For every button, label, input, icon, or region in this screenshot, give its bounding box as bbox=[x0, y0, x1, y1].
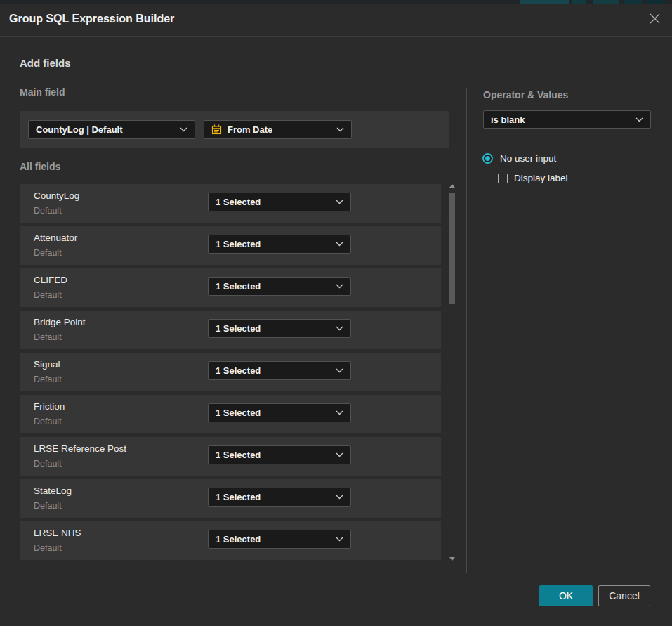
operator-select[interactable]: is blank bbox=[483, 110, 651, 129]
list-scrollbar[interactable] bbox=[448, 183, 456, 562]
dialog-titlebar: Group SQL Expression Builder bbox=[0, 4, 672, 37]
close-icon bbox=[649, 13, 661, 27]
field-type: Default bbox=[34, 332, 62, 342]
chevron-down-icon bbox=[635, 117, 643, 122]
field-name: Friction bbox=[34, 401, 65, 412]
operator-values-heading: Operator & Values bbox=[483, 89, 568, 100]
field-selection-value: 1 Selected bbox=[216, 365, 261, 376]
scrollbar-thumb[interactable] bbox=[449, 193, 455, 304]
field-selection-value: 1 Selected bbox=[216, 197, 261, 207]
field-selection-value: 1 Selected bbox=[216, 281, 261, 292]
field-selection-value: 1 Selected bbox=[216, 534, 261, 545]
field-name: LRSE NHS bbox=[34, 528, 81, 538]
field-type: Default bbox=[34, 501, 62, 511]
checkbox-unchecked-icon bbox=[498, 174, 508, 183]
field-type: Default bbox=[34, 543, 62, 553]
field-selection-select[interactable]: 1 Selected bbox=[208, 403, 351, 422]
field-selection-select[interactable]: 1 Selected bbox=[208, 193, 351, 211]
chevron-down-icon bbox=[336, 242, 343, 247]
main-field-layer-value: CountyLog | Default bbox=[36, 124, 123, 135]
field-type: Default bbox=[34, 248, 62, 258]
radio-selected-icon bbox=[482, 153, 493, 164]
field-selection-select[interactable]: 1 Selected bbox=[208, 235, 351, 254]
all-fields-label: All fields bbox=[20, 161, 60, 172]
no-user-input-label: No user input bbox=[500, 153, 556, 164]
no-user-input-radio[interactable]: No user input bbox=[482, 153, 556, 164]
group-sql-expression-builder-dialog: Group SQL Expression Builder Add fields … bbox=[0, 4, 672, 626]
field-type: Default bbox=[34, 206, 62, 216]
chevron-down-icon bbox=[180, 127, 187, 132]
field-selection-value: 1 Selected bbox=[216, 492, 261, 502]
scroll-down-arrow-icon[interactable] bbox=[449, 557, 455, 561]
chevron-down-icon bbox=[336, 284, 343, 289]
calendar-icon bbox=[211, 124, 222, 135]
chevron-down-icon bbox=[336, 537, 343, 542]
field-selection-select[interactable]: 1 Selected bbox=[208, 277, 351, 296]
main-field-panel: CountyLog | Default From Date bbox=[20, 111, 449, 148]
field-name: CountyLog bbox=[34, 190, 79, 201]
main-field-field-select[interactable]: From Date bbox=[204, 120, 352, 139]
field-selection-select[interactable]: 1 Selected bbox=[208, 530, 351, 549]
field-type: Default bbox=[34, 290, 62, 300]
field-name: Attenuator bbox=[34, 233, 77, 243]
field-selection-select[interactable]: 1 Selected bbox=[208, 319, 351, 338]
chevron-down-icon bbox=[336, 368, 343, 373]
panel-divider bbox=[466, 88, 467, 573]
field-row: AttenuatorDefault1 Selected bbox=[20, 226, 441, 265]
field-name: Signal bbox=[34, 359, 60, 370]
chevron-down-icon bbox=[336, 200, 343, 204]
field-name: LRSE Reference Post bbox=[34, 443, 126, 454]
scroll-up-arrow-icon[interactable] bbox=[449, 184, 455, 188]
dialog-title: Group SQL Expression Builder bbox=[9, 13, 174, 25]
field-type: Default bbox=[34, 459, 62, 469]
display-label-checkbox[interactable]: Display label bbox=[498, 173, 568, 183]
screen: Group SQL Expression Builder Add fields … bbox=[0, 0, 672, 626]
field-selection-select[interactable]: 1 Selected bbox=[208, 361, 351, 380]
field-selection-value: 1 Selected bbox=[216, 407, 261, 418]
field-type: Default bbox=[34, 374, 62, 384]
field-selection-value: 1 Selected bbox=[216, 323, 261, 334]
display-label-label: Display label bbox=[514, 173, 568, 183]
ok-button[interactable]: OK bbox=[539, 585, 593, 606]
field-row: LRSE Reference PostDefault1 Selected bbox=[20, 437, 441, 476]
field-name: Bridge Point bbox=[34, 317, 86, 327]
chevron-down-icon bbox=[336, 326, 343, 331]
field-row: Bridge PointDefault1 Selected bbox=[20, 311, 441, 349]
field-name: StateLog bbox=[34, 485, 72, 496]
field-selection-value: 1 Selected bbox=[216, 450, 261, 460]
main-field-layer-select[interactable]: CountyLog | Default bbox=[28, 120, 195, 139]
field-row: StateLogDefault1 Selected bbox=[20, 479, 441, 518]
field-row: LRSE NHSDefault1 Selected bbox=[20, 521, 441, 560]
field-name: CLIFED bbox=[34, 275, 67, 285]
chevron-down-icon bbox=[336, 127, 344, 132]
close-button[interactable] bbox=[643, 8, 666, 31]
field-row: FrictionDefault1 Selected bbox=[20, 395, 441, 433]
main-field-field-value: From Date bbox=[228, 124, 272, 135]
field-selection-value: 1 Selected bbox=[216, 239, 261, 249]
field-row: CountyLogDefault1 Selected bbox=[20, 184, 441, 223]
field-selection-select[interactable]: 1 Selected bbox=[208, 488, 351, 507]
chevron-down-icon bbox=[336, 495, 343, 500]
field-row: SignalDefault1 Selected bbox=[20, 353, 441, 391]
field-row: CLIFEDDefault1 Selected bbox=[20, 268, 441, 307]
operator-value: is blank bbox=[491, 115, 525, 125]
chevron-down-icon bbox=[336, 410, 343, 415]
all-fields-list: CountyLogDefault1 SelectedAttenuatorDefa… bbox=[20, 184, 441, 563]
field-type: Default bbox=[34, 417, 62, 426]
chevron-down-icon bbox=[336, 452, 343, 457]
add-fields-heading: Add fields bbox=[20, 57, 71, 69]
main-field-label: Main field bbox=[20, 86, 65, 98]
cancel-button[interactable]: Cancel bbox=[598, 585, 650, 606]
field-selection-select[interactable]: 1 Selected bbox=[208, 445, 351, 464]
